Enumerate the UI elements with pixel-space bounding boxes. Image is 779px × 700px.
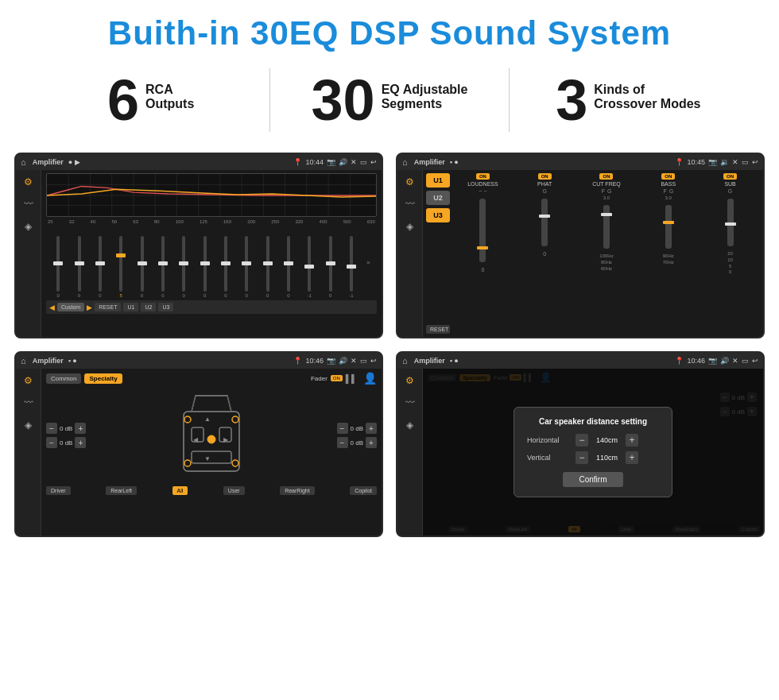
sub-on-badge[interactable]: ON [723,173,737,180]
u2-select-button[interactable]: U2 [426,191,450,205]
topbar-2: ⌂ Amplifier ▪ ● 📍 10:45 📷 🔉 ✕ ▭ ↩ [397,154,763,170]
db-plus-bl[interactable]: + [75,437,86,448]
copilot-button[interactable]: Copilot [350,486,377,495]
slider-col-5[interactable]: 0 [157,236,169,298]
fader-on-badge[interactable]: ON [331,375,343,381]
slider-col-8[interactable]: 0 [220,236,231,298]
db-minus-bl[interactable]: − [46,437,57,448]
db-minus-br[interactable]: − [337,437,348,448]
stat-divider-2 [509,68,510,132]
window-icon-4[interactable]: ▭ [742,357,749,365]
home-icon-3[interactable]: ⌂ [21,356,26,365]
u3-select-button[interactable]: U3 [426,208,450,222]
spk-sidebar-icon-2[interactable]: 〰 [24,397,33,408]
back-icon-3[interactable]: ↩ [370,357,377,365]
horizontal-minus-button[interactable]: − [576,434,588,447]
slider-col-11[interactable]: 0 [283,236,294,298]
user-button[interactable]: User [223,486,245,495]
pin-icon-3: 📍 [293,357,302,365]
close-icon-4[interactable]: ✕ [732,357,738,365]
loudness-slider[interactable] [479,199,486,262]
common-tab[interactable]: Common [46,373,81,384]
slider-col-6[interactable]: 0 [178,236,189,298]
sub-channel: ON SUB G 201050 [700,173,760,334]
slider-col-0[interactable]: 0 [52,236,64,298]
all-button[interactable]: All [172,486,188,495]
vertical-plus-button[interactable]: + [626,451,638,464]
slider-col-7[interactable]: 0 [200,236,211,298]
vertical-minus-button[interactable]: − [576,451,588,464]
dlg-sidebar-icon-1[interactable]: ⚙ [405,375,414,386]
u1-button[interactable]: U1 [123,303,138,311]
eq-sidebar: ⚙ 〰 ◈ [16,170,41,337]
cutfreq-slider[interactable] [603,205,610,249]
eq-sidebar-icon-2[interactable]: 〰 [24,199,33,210]
phat-slider[interactable] [541,199,548,246]
cutfreq-on-badge[interactable]: ON [599,173,613,180]
u3-button[interactable]: U3 [158,303,173,311]
freq-630: 630 [367,219,375,224]
bass-slider[interactable] [665,205,672,249]
db-plus-tr[interactable]: + [366,423,377,434]
phat-on-badge[interactable]: ON [538,173,552,180]
db-minus-tr[interactable]: − [337,423,348,434]
window-icon-3[interactable]: ▭ [360,357,367,365]
next-button[interactable]: ▶ [87,304,92,311]
close-icon-3[interactable]: ✕ [351,357,357,365]
spk-sidebar-icon-3[interactable]: ◈ [25,420,32,431]
dlg-screen-content: ⚙ 〰 ◈ Common Specialty Fader ON ▌▌ [397,369,763,536]
spk-screen-content: ⚙ 〰 ◈ Common Specialty Fader ON ▌▌ 👤 [16,369,382,536]
back-icon-2[interactable]: ↩ [752,158,758,166]
slider-col-4[interactable]: 0 [137,236,148,298]
slider-col-9[interactable]: 0 [241,236,252,298]
eq-sidebar-icon-3[interactable]: ◈ [25,221,32,232]
slider-col-14[interactable]: -1 [346,236,357,298]
rearright-button[interactable]: RearRight [280,486,315,495]
sub-slider[interactable] [727,199,734,246]
slider-col-12[interactable]: -1 [304,236,315,298]
reset-button[interactable]: RESET [95,303,121,311]
prev-button[interactable]: ◀ [49,304,55,311]
home-icon-2[interactable]: ⌂ [402,157,408,167]
db-val-tl: 0 dB [60,425,72,432]
loudness-on-badge[interactable]: ON [476,173,490,180]
db-plus-tl[interactable]: + [75,423,86,434]
slider-col-13[interactable]: 0 [325,236,336,298]
volume-icon-4: 🔊 [720,357,729,365]
slider-col-10[interactable]: 0 [262,236,273,298]
window-icon[interactable]: ▭ [360,158,367,166]
amp2-sidebar-icon-3[interactable]: ◈ [406,221,413,232]
back-icon-4[interactable]: ↩ [752,357,758,365]
eq-sidebar-icon-1[interactable]: ⚙ [24,176,33,188]
fader-label: Fader [311,375,327,382]
rearleft-button[interactable]: RearLeft [106,486,137,495]
u2-button[interactable]: U2 [141,303,156,311]
slider-col-3[interactable]: 5 [115,236,126,298]
close-icon[interactable]: ✕ [351,158,357,166]
driver-button[interactable]: Driver [46,486,71,495]
slider-col-2[interactable]: 0 [95,236,106,298]
confirm-button[interactable]: Confirm [563,472,622,487]
amp2-sidebar-icon-1[interactable]: ⚙ [405,176,414,188]
dlg-sidebar-icon-3[interactable]: ◈ [406,420,413,431]
stat-crossover-line2: Crossover Modes [594,97,700,111]
dlg-sidebar-icon-2[interactable]: 〰 [405,397,415,408]
amp2-sidebar-icon-2[interactable]: 〰 [405,199,415,210]
slider-col-1[interactable]: 0 [74,236,85,298]
spk-sidebar-icon-1[interactable]: ⚙ [24,375,33,386]
horizontal-plus-button[interactable]: + [626,434,638,447]
window-icon-2[interactable]: ▭ [742,158,749,166]
back-icon[interactable]: ↩ [370,158,377,166]
cutfreq-channel: ON CUT FREQ FG 3.0 100Hz80Hz60Hz [577,173,637,334]
u1-select-button[interactable]: U1 [426,173,450,188]
home-icon-4[interactable]: ⌂ [402,356,408,365]
amp2-reset-button[interactable]: RESET [426,325,450,334]
phat-label: PHAT [537,181,552,187]
db-plus-br[interactable]: + [366,437,377,448]
home-icon[interactable]: ⌂ [21,157,26,167]
specialty-tab[interactable]: Specialty [84,373,122,384]
bass-on-badge[interactable]: ON [661,173,675,180]
close-icon-2[interactable]: ✕ [732,158,738,166]
db-minus-tl[interactable]: − [46,423,57,434]
custom-preset-button[interactable]: Custom [57,303,84,311]
